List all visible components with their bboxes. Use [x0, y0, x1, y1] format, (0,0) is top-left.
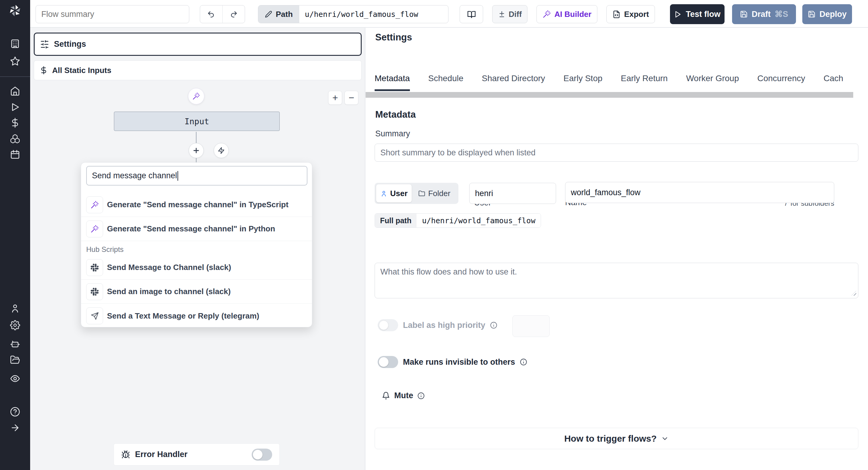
- owner-user-label: User: [390, 189, 408, 198]
- undo-button[interactable]: [200, 5, 222, 23]
- info-icon[interactable]: [417, 392, 425, 400]
- export-button[interactable]: Export: [607, 5, 655, 23]
- folders-icon[interactable]: [10, 355, 20, 365]
- deploy-button[interactable]: Deploy: [802, 4, 852, 24]
- home-icon[interactable]: [10, 86, 20, 96]
- tab-schedule[interactable]: Schedule: [428, 74, 464, 91]
- how-to-trigger-flows-button[interactable]: How to trigger flows?: [375, 428, 858, 449]
- workspace-icon[interactable]: [10, 39, 20, 49]
- user-icon: [380, 190, 387, 197]
- user-icon[interactable]: [10, 303, 20, 314]
- mute-label: Mute: [394, 391, 413, 400]
- info-icon[interactable]: [490, 322, 497, 329]
- path-user-input[interactable]: [469, 183, 556, 204]
- deploy-label: Deploy: [819, 10, 846, 19]
- favorites-star-icon[interactable]: [10, 56, 20, 66]
- tab-shared-directory[interactable]: Shared Directory: [482, 74, 545, 91]
- all-static-inputs-button[interactable]: All Static Inputs: [34, 60, 362, 80]
- settings-panel-title: Settings: [375, 32, 412, 43]
- chevron-down-icon: [661, 435, 669, 443]
- tab-metadata[interactable]: Metadata: [375, 74, 410, 91]
- zoom-in-label: +: [333, 92, 338, 104]
- diff-button[interactable]: Diff: [492, 5, 527, 23]
- path-control[interactable]: Path u/henri/world_famous_flow: [258, 5, 448, 23]
- sidebar-divider: [0, 76, 30, 77]
- tabs-horizontal-scrollbar[interactable]: [366, 92, 853, 98]
- slack-icon: [86, 283, 103, 300]
- wand-sparkles-icon: [86, 221, 103, 237]
- save-icon: [740, 10, 748, 18]
- invisible-runs-toggle[interactable]: [378, 356, 398, 368]
- variables-icon[interactable]: [10, 118, 20, 128]
- error-handler-label: Error Handler: [135, 450, 187, 459]
- input-node-label: Input: [184, 117, 209, 126]
- redo-button[interactable]: [222, 5, 245, 23]
- workers-robot-icon[interactable]: [10, 339, 20, 349]
- text-cursor: [178, 171, 178, 181]
- suggestion-list: Generate "Send message channel" in TypeS…: [81, 193, 312, 328]
- plus-icon: [192, 147, 200, 154]
- draft-label: Draft: [752, 10, 771, 19]
- export-label: Export: [624, 10, 649, 19]
- schedules-icon[interactable]: [10, 149, 20, 159]
- zap-icon: [218, 147, 225, 154]
- zoom-out-button[interactable]: −: [344, 91, 358, 105]
- input-node[interactable]: Input: [114, 112, 280, 131]
- tab-early-return[interactable]: Early Return: [621, 74, 668, 91]
- hub-script-slack-message[interactable]: Send Message to Channel (slack): [81, 256, 312, 280]
- summary-label: Summary: [375, 129, 410, 139]
- error-handler-node[interactable]: Error Handler: [114, 443, 280, 466]
- dollar-icon: [39, 66, 48, 75]
- owner-folder-label: Folder: [428, 189, 451, 198]
- suggestion-label: Send a Text Message or Reply (telegram): [107, 311, 259, 321]
- test-flow-label: Test flow: [686, 10, 720, 19]
- diff-label: Diff: [509, 10, 522, 19]
- suggestion-label: Generate "Send message channel" in Pytho…: [107, 224, 275, 234]
- expand-arrow-icon[interactable]: [10, 423, 20, 433]
- flow-settings-button[interactable]: Settings: [34, 33, 362, 56]
- draft-button[interactable]: Draft ⌘S: [732, 4, 796, 24]
- hub-script-telegram-message[interactable]: Send a Text Message or Reply (telegram): [81, 304, 312, 328]
- settings-tabs: Metadata Schedule Shared Directory Early…: [375, 74, 868, 91]
- pen-icon: [265, 10, 272, 18]
- audit-eye-icon[interactable]: [10, 374, 20, 384]
- owner-folder-option[interactable]: Folder: [412, 184, 457, 202]
- suggestion-label: Generate "Send message channel" in TypeS…: [107, 200, 288, 209]
- runs-icon[interactable]: [10, 102, 20, 112]
- all-static-inputs-label: All Static Inputs: [52, 66, 111, 75]
- resources-icon[interactable]: [10, 134, 20, 144]
- undo-redo-group: [200, 5, 245, 23]
- file-code-icon: [613, 10, 621, 19]
- tab-early-stop[interactable]: Early Stop: [564, 74, 602, 91]
- add-step-button[interactable]: [189, 143, 204, 158]
- full-path-display: Full path u/henri/world_famous_flow: [375, 213, 541, 228]
- settings-gear-icon[interactable]: [10, 320, 20, 330]
- zoom-in-button[interactable]: +: [328, 91, 342, 105]
- error-handler-toggle[interactable]: [252, 448, 272, 461]
- path-owner-toggle: User Folder: [375, 183, 458, 204]
- description-textarea[interactable]: [375, 263, 858, 298]
- step-search-input[interactable]: Send message channel: [86, 166, 307, 185]
- high-priority-toggle[interactable]: [378, 319, 398, 331]
- hub-script-slack-image[interactable]: Send an image to channel (slack): [81, 280, 312, 304]
- add-trigger-button[interactable]: [214, 143, 229, 158]
- flow-editor-panel: Settings All Static Inputs Input + − Sen…: [30, 28, 365, 470]
- flow-summary-input[interactable]: [36, 5, 189, 23]
- windmill-logo[interactable]: [8, 4, 22, 18]
- suggestion-generate-python[interactable]: Generate "Send message channel" in Pytho…: [81, 217, 312, 241]
- save-icon: [808, 10, 815, 18]
- tab-concurrency[interactable]: Concurrency: [757, 74, 805, 91]
- tab-worker-group[interactable]: Worker Group: [686, 74, 739, 91]
- ai-builder-button[interactable]: AI Builder: [536, 5, 597, 23]
- summary-input[interactable]: [375, 144, 858, 162]
- help-icon[interactable]: [10, 407, 20, 417]
- path-name-input[interactable]: [565, 182, 834, 203]
- owner-user-option[interactable]: User: [376, 184, 412, 202]
- ai-flow-builder-node[interactable]: [188, 88, 204, 105]
- docs-button[interactable]: [460, 5, 483, 23]
- info-icon[interactable]: [520, 358, 527, 365]
- suggestion-generate-typescript[interactable]: Generate "Send message channel" in TypeS…: [81, 193, 312, 217]
- tab-cache[interactable]: Cach: [824, 74, 843, 91]
- full-path-value: u/henri/world_famous_flow: [416, 213, 541, 228]
- test-flow-button[interactable]: Test flow: [670, 4, 724, 24]
